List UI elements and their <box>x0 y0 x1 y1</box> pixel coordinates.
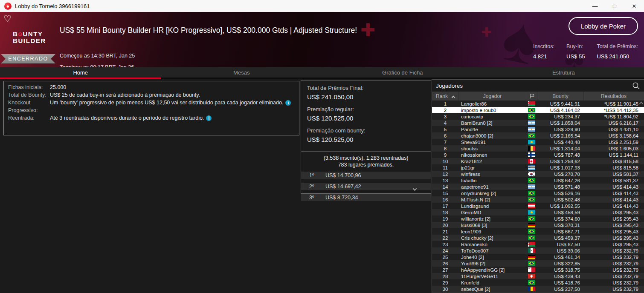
flag-cell <box>526 242 537 247</box>
flag-cell <box>526 108 537 112</box>
player-row[interactable]: 24ToToDoo007US$ 39,06US$ 232,79 <box>432 247 644 254</box>
column-header-rank[interactable]: Rank <box>432 92 458 101</box>
player-rank: 10 <box>432 159 458 164</box>
player-result: US$ 414,43 <box>583 197 644 202</box>
player-row[interactable]: 15onlydrunkreg [2]US$ 526,16US$ 414,43 <box>432 190 644 196</box>
flag-cell <box>526 267 537 272</box>
tab-grafico-de-ficha[interactable]: Gráfico de Ficha <box>322 67 483 79</box>
player-row[interactable]: 30sebesQue [2]US$ 237,50US$ 232,79 <box>432 286 644 292</box>
stat-value: US$ 241.050 <box>597 53 638 60</box>
player-row[interactable]: 2811PurgerVeGe11US$ 439,43US$ 232,79 <box>432 273 644 279</box>
player-rank: 3 <box>432 114 458 119</box>
player-row[interactable]: 19willianortiz [2]US$ 374,60US$ 295,43 <box>432 215 644 222</box>
player-row[interactable]: 25Johe40 [2]US$ 461,34US$ 232,79 <box>432 254 644 260</box>
player-row[interactable]: 1Langolier86US$ 9.441,91*US$ 11.901,45 <box>432 101 644 107</box>
search-icon[interactable] <box>632 82 640 90</box>
player-bounty: US$ 667,71 <box>537 229 583 234</box>
player-row[interactable]: 6chajan3000 [2]US$ 2.165,54US$ 3.158,64 <box>432 132 644 139</box>
player-row[interactable]: 14aapetrone91US$ 571,48US$ 414,43 <box>432 184 644 190</box>
player-row[interactable]: 22Cris chucky [2]US$ 459,37US$ 295,43 <box>432 235 644 241</box>
player-row[interactable]: 12winfiressUS$ 270,70US$ 581,37 <box>432 171 644 177</box>
player-row[interactable]: 9nikosalonenUS$ 787,48US$ 1.144,11 <box>432 152 644 158</box>
country-flag-icon <box>528 133 535 138</box>
chevron-down-icon <box>412 187 417 191</box>
player-name: nikosalonen <box>458 152 526 158</box>
tab-home[interactable]: Home <box>0 67 161 79</box>
player-bounty: US$ 787,48 <box>537 152 583 158</box>
info-icon[interactable]: i <box>285 100 291 106</box>
player-row[interactable]: 26YuriR96 [2]US$ 322,85US$ 232,79 <box>432 260 644 267</box>
country-flag-icon <box>528 152 535 157</box>
player-row[interactable]: 16M.Flush.N [2]US$ 502,48US$ 414,43 <box>432 196 644 203</box>
player-name: YuriR96 [2] <box>458 261 526 266</box>
player-row[interactable]: 8shoulssUS$ 1.314,04US$ 1.605,03 <box>432 145 644 152</box>
player-result: US$ 295,43 <box>583 242 644 247</box>
player-rank: 16 <box>432 197 458 202</box>
expand-prizes-button[interactable] <box>403 187 426 192</box>
player-row[interactable]: 27hAAppyendinGG [2]US$ 318,75US$ 232,79 <box>432 267 644 273</box>
info-label: Total de Bounty: <box>8 91 50 99</box>
player-rank: 22 <box>432 236 458 241</box>
player-row[interactable]: 4BarniBrun0 [2]US$ 1.858,04US$ 6.216,17 <box>432 120 644 126</box>
tab-estrutura[interactable]: Estrutura <box>483 67 644 79</box>
prize-place: 2º <box>301 184 325 190</box>
player-bounty: US$ 1.314,04 <box>537 146 583 151</box>
close-icon[interactable]: ✕ <box>624 0 644 12</box>
country-flag-icon <box>528 121 535 125</box>
player-row[interactable]: 3cariocavipUS$ 234,37*US$ 11.804,92 <box>432 113 644 120</box>
country-flag-icon <box>528 242 535 247</box>
player-bounty: US$ 39,06 <box>537 248 583 253</box>
player-bounty: US$ 87,50 <box>537 242 583 247</box>
player-name: Krunfeld <box>458 280 526 285</box>
column-header-jogador[interactable]: Jogador <box>458 92 526 101</box>
flag-cell <box>526 248 537 253</box>
start-time-text: Começou as 14:30 BRT, Jan 25 <box>60 53 135 59</box>
cross-art-icon: ✚ <box>360 20 375 40</box>
player-bounty: US$ 1.858,04 <box>537 121 583 126</box>
lobby-de-poker-button[interactable]: Lobby de Poker <box>569 17 638 35</box>
tournament-lobby-window: ♠ Lobby do Torneio 3966199161 — □ ✕ ♠ ♠ … <box>0 0 644 293</box>
info-icon[interactable]: i <box>206 115 212 121</box>
column-header-resultados[interactable]: Resultados <box>583 92 644 101</box>
player-row[interactable]: 18GerroMDUS$ 458,59US$ 295,43 <box>432 209 644 215</box>
player-row[interactable]: 7Sheva9191US$ 440,48US$ 2.251,59 <box>432 139 644 145</box>
player-rank: 13 <box>432 178 458 183</box>
column-header-bounty[interactable]: Bounty <box>537 92 583 101</box>
country-flag-icon <box>528 204 535 208</box>
player-result: US$ 232,79 <box>583 267 644 273</box>
player-name: 11PurgerVeGe11 <box>458 274 526 279</box>
player-row[interactable]: 5Pand4eUS$ 328,90US$ 4.431,10 <box>432 126 644 132</box>
stat-label: Total de Prêmios: <box>597 43 638 49</box>
player-name: onlydrunkreg [2] <box>458 191 526 196</box>
flag-cell <box>526 121 537 125</box>
player-row[interactable]: 23RamanenkoUS$ 87,50US$ 295,43 <box>432 241 644 247</box>
prize-place: 1º <box>301 172 325 178</box>
column-header-flag[interactable] <box>526 92 537 101</box>
flag-cell <box>526 133 537 138</box>
player-result: US$ 4.431,10 <box>583 127 644 132</box>
tab-mesas[interactable]: Mesas <box>161 67 322 79</box>
info-label: Fichas iniciais: <box>8 83 50 91</box>
player-rank: 21 <box>432 229 458 234</box>
player-row[interactable]: 21leon1909US$ 667,71US$ 295,43 <box>432 228 644 235</box>
player-name: Sheva9191 <box>458 140 526 145</box>
window-controls: — □ ✕ <box>585 0 644 12</box>
flag-cell <box>526 165 537 170</box>
info-label: Knockout Progressivo: <box>8 99 50 114</box>
tournament-title: US$ 55 Mini Bounty Builder HR [KO Progre… <box>60 26 357 35</box>
player-row[interactable]: 11jp21grUS$ 1.017,93US$ 815,58 <box>432 164 644 171</box>
status-badge: ENCERRADO <box>1 54 55 63</box>
player-row[interactable]: 10Kraz1812US$ 1.258,62US$ 815,58 <box>432 158 644 164</box>
player-row[interactable]: 2imposto e roub0US$ 4.164,02*US$ 14.412,… <box>432 107 644 113</box>
favorite-heart-icon[interactable]: ♡ <box>3 14 12 24</box>
player-row[interactable]: 20kussi069 [3]US$ 370,31US$ 295,43 <box>432 222 644 228</box>
player-name: imposto e roub0 <box>458 108 526 113</box>
minimize-icon[interactable]: — <box>585 0 605 12</box>
player-row[interactable]: 29KrunfeldUS$ 418,76US$ 232,79 <box>432 279 644 286</box>
player-row[interactable]: 17LundisgsundUS$ 1.092,55US$ 414,43 <box>432 203 644 209</box>
maximize-icon[interactable]: □ <box>605 0 624 12</box>
player-rank: 24 <box>432 248 458 253</box>
tournament-banner: ♠ ♠ ✚ ✚ ♡ BUNTY BUILDER US$ 55 Mini Boun… <box>0 12 644 67</box>
player-row[interactable]: 13fuàallinUS$ 647,26US$ 581,37 <box>432 177 644 184</box>
country-flag-icon <box>528 197 535 202</box>
